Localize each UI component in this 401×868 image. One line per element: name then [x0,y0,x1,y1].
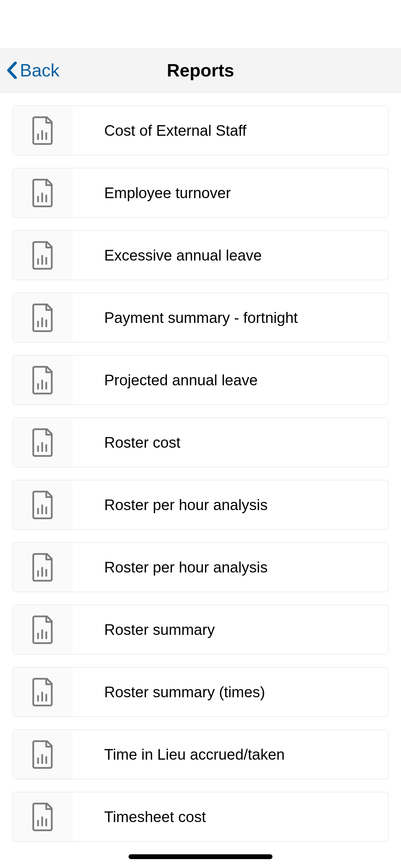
report-chart-file-icon [13,667,73,716]
report-label: Cost of External Staff [73,122,246,139]
report-chart-file-icon [13,543,73,592]
report-item[interactable]: Excessive annual leave [12,230,389,280]
report-label: Employee turnover [73,184,231,202]
report-label: Roster summary (times) [73,684,265,701]
page-title: Reports [167,60,234,81]
report-label: Roster per hour analysis [73,496,268,514]
report-chart-file-icon [13,730,73,779]
report-chart-file-icon [13,480,73,529]
report-chart-file-icon [13,106,73,155]
report-label: Time in Lieu accrued/taken [73,746,285,763]
report-chart-file-icon [13,605,73,654]
report-label: Payment summary - fortnight [73,309,298,326]
report-chart-file-icon [13,792,73,841]
report-item[interactable]: Timesheet cost [12,792,389,842]
report-item[interactable]: Employee turnover [12,168,389,218]
report-label: Projected annual leave [73,372,258,389]
report-chart-file-icon [13,293,73,342]
report-item[interactable]: Roster summary [12,605,389,654]
report-item[interactable]: Roster summary (times) [12,667,389,717]
report-item[interactable]: Roster per hour analysis [12,480,389,530]
report-label: Roster summary [73,621,215,638]
report-label: Roster per hour analysis [73,559,268,576]
status-bar [0,0,401,48]
back-label: Back [20,60,60,81]
report-chart-file-icon [13,231,73,280]
report-item[interactable]: Roster cost [12,418,389,467]
report-chart-file-icon [13,355,73,405]
home-indicator [129,854,272,859]
report-item[interactable]: Time in Lieu accrued/taken [12,730,389,779]
report-label: Roster cost [73,434,181,451]
navigation-bar: Back Reports [0,48,401,93]
report-chart-file-icon [13,168,73,217]
report-item[interactable]: Projected annual leave [12,355,389,405]
report-item[interactable]: Payment summary - fortnight [12,293,389,342]
report-chart-file-icon [13,418,73,467]
report-item[interactable]: Roster per hour analysis [12,542,389,592]
chevron-left-icon [6,62,18,79]
back-button[interactable]: Back [0,60,60,81]
report-item[interactable]: Cost of External Staff [12,106,389,155]
report-label: Timesheet cost [73,808,206,825]
reports-list: Cost of External Staff Employee turnover… [0,93,401,842]
report-label: Excessive annual leave [73,247,262,264]
